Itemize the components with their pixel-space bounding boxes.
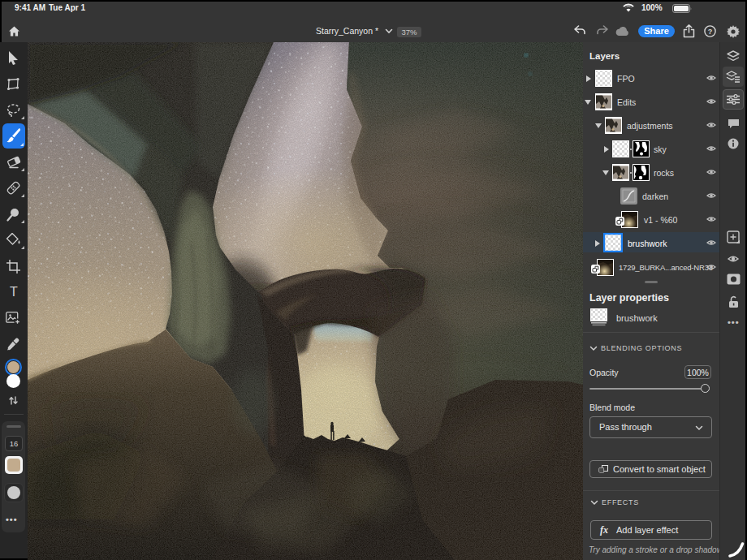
- svg-text:?: ?: [708, 28, 713, 36]
